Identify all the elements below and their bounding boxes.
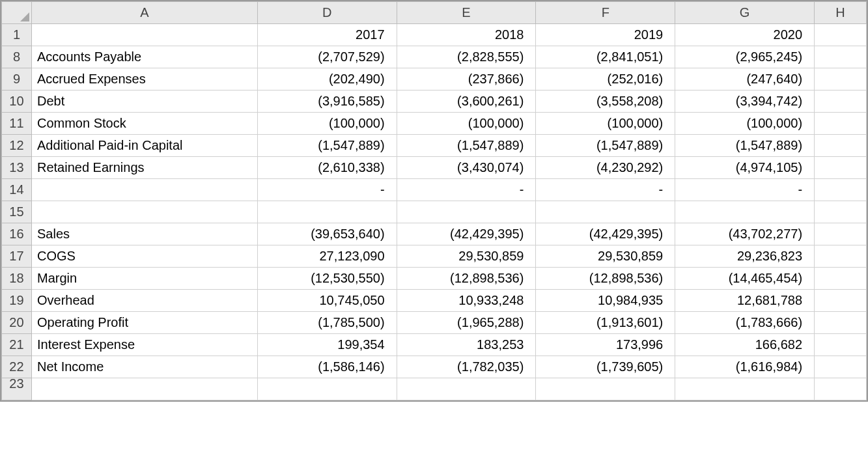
cell[interactable] [815,356,867,378]
cell[interactable]: (1,783,666) [675,312,815,334]
cell[interactable] [815,223,867,245]
cell[interactable] [815,268,867,290]
cell[interactable]: 12,681,788 [675,290,815,312]
cell[interactable]: (39,653,640) [257,223,397,245]
cell[interactable] [257,201,397,223]
cell[interactable] [815,245,867,268]
spreadsheet-grid[interactable]: A D E F G H 120172018201920208Accounts P… [0,0,868,402]
cell[interactable]: 166,682 [675,334,815,356]
cell[interactable]: (2,828,555) [397,46,536,68]
select-all-corner[interactable] [2,2,32,24]
col-header-A[interactable]: A [31,2,257,24]
cell[interactable] [675,201,815,223]
row-header[interactable]: 22 [2,356,32,378]
cell[interactable]: 2018 [397,24,536,46]
cell[interactable]: (100,000) [536,113,675,135]
cell[interactable]: (247,640) [675,68,815,91]
col-header-D[interactable]: D [257,2,397,24]
cell[interactable] [815,24,867,46]
cell[interactable]: (1,547,889) [675,135,815,157]
cell[interactable]: (1,782,035) [397,356,536,378]
cell[interactable]: (202,490) [257,68,397,91]
row-header[interactable]: 10 [2,91,32,113]
cell[interactable]: (252,016) [536,68,675,91]
cell[interactable] [815,157,867,179]
row-header[interactable]: 8 [2,46,32,68]
cell[interactable]: 29,530,859 [397,245,536,268]
cell[interactable]: Debt [31,91,257,113]
cell[interactable]: (100,000) [397,113,536,135]
cell[interactable]: 173,996 [536,334,675,356]
cell[interactable]: (1,739,605) [536,356,675,378]
row-header[interactable]: 9 [2,68,32,91]
cell[interactable]: 2019 [536,24,675,46]
cell[interactable]: (1,965,288) [397,312,536,334]
row-header[interactable]: 21 [2,334,32,356]
cell[interactable]: (4,974,105) [675,157,815,179]
cell[interactable]: 29,530,859 [536,245,675,268]
cell[interactable]: (3,430,074) [397,157,536,179]
cell[interactable]: (237,866) [397,68,536,91]
cell[interactable]: (14,465,454) [675,268,815,290]
row-header[interactable]: 11 [2,113,32,135]
row-header[interactable]: 17 [2,245,32,268]
cell[interactable]: Overhead [31,290,257,312]
cell[interactable] [675,378,815,400]
cell[interactable] [31,24,257,46]
cell[interactable]: 2020 [675,24,815,46]
cell[interactable]: (1,547,889) [397,135,536,157]
row-header[interactable]: 16 [2,223,32,245]
cell[interactable]: (3,558,208) [536,91,675,113]
row-header[interactable]: 18 [2,268,32,290]
cell[interactable]: Accrued Expenses [31,68,257,91]
cell[interactable]: (1,547,889) [536,135,675,157]
cell[interactable]: Net Income [31,356,257,378]
cell[interactable]: 27,123,090 [257,245,397,268]
cell[interactable]: 10,745,050 [257,290,397,312]
cell[interactable]: Accounts Payable [31,46,257,68]
cell[interactable] [815,135,867,157]
cell[interactable]: (2,841,051) [536,46,675,68]
cell[interactable]: - [675,179,815,201]
cell[interactable]: (2,610,338) [257,157,397,179]
cell[interactable] [815,46,867,68]
cell[interactable]: 10,984,935 [536,290,675,312]
cell[interactable] [31,378,257,400]
col-header-E[interactable]: E [397,2,536,24]
row-header[interactable]: 20 [2,312,32,334]
cell[interactable] [815,334,867,356]
cell[interactable] [31,179,257,201]
cell[interactable] [536,378,675,400]
row-header[interactable]: 15 [2,201,32,223]
cell[interactable]: (1,913,601) [536,312,675,334]
row-header[interactable]: 13 [2,157,32,179]
cell[interactable]: (42,429,395) [536,223,675,245]
cell[interactable]: (1,785,500) [257,312,397,334]
cell[interactable]: (3,916,585) [257,91,397,113]
cell[interactable] [815,179,867,201]
cell[interactable]: (3,394,742) [675,91,815,113]
cell[interactable]: 2017 [257,24,397,46]
cell[interactable]: (1,616,984) [675,356,815,378]
cell[interactable] [815,113,867,135]
col-header-H[interactable]: H [815,2,867,24]
cell[interactable]: (42,429,395) [397,223,536,245]
row-header[interactable]: 12 [2,135,32,157]
cell[interactable]: (1,547,889) [257,135,397,157]
cell[interactable] [31,201,257,223]
cell[interactable] [815,68,867,91]
cell[interactable]: - [257,179,397,201]
cell[interactable]: (12,530,550) [257,268,397,290]
cell[interactable]: (3,600,261) [397,91,536,113]
cell[interactable] [815,290,867,312]
cell[interactable]: Interest Expense [31,334,257,356]
row-header[interactable]: 23 [2,378,32,400]
cell[interactable]: 199,354 [257,334,397,356]
cell[interactable]: (100,000) [675,113,815,135]
row-header[interactable]: 19 [2,290,32,312]
cell[interactable] [257,378,397,400]
cell[interactable]: (1,586,146) [257,356,397,378]
col-header-G[interactable]: G [675,2,815,24]
cell[interactable] [815,312,867,334]
cell[interactable] [397,201,536,223]
